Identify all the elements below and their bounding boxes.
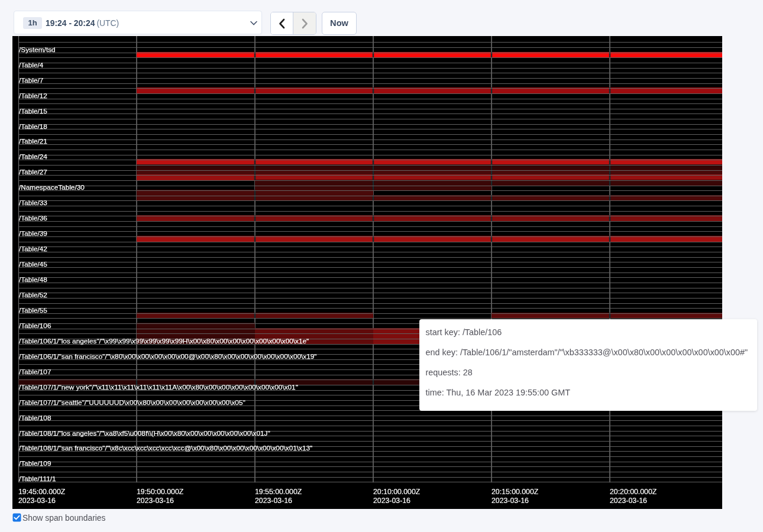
- svg-text:/Table/4: /Table/4: [19, 61, 44, 69]
- svg-text:19:50:00.000Z: 19:50:00.000Z: [137, 488, 184, 496]
- svg-text:/Table/106/1/"los angeles"/"\x: /Table/106/1/"los angeles"/"\x99\x99\x99…: [19, 337, 309, 345]
- svg-text:/Table/108: /Table/108: [19, 414, 51, 422]
- svg-text:/Table/36: /Table/36: [19, 214, 47, 222]
- svg-text:/Table/55: /Table/55: [19, 306, 47, 314]
- svg-text:/Table/108/1/"san francisco"/": /Table/108/1/"san francisco"/"\x8c\xcc\x…: [19, 444, 312, 452]
- svg-text:20:10:00.000Z: 20:10:00.000Z: [373, 488, 421, 496]
- svg-text:/Table/45: /Table/45: [19, 260, 47, 268]
- svg-text:/Table/7: /Table/7: [19, 76, 43, 85]
- svg-text:20:15:00.000Z: 20:15:00.000Z: [492, 488, 539, 496]
- svg-text:/Table/107: /Table/107: [19, 368, 51, 376]
- svg-text:/Table/106: /Table/106: [19, 322, 51, 330]
- svg-text:/NamespaceTable/30: /NamespaceTable/30: [19, 183, 85, 192]
- svg-text:2023-03-16: 2023-03-16: [255, 497, 292, 505]
- svg-text:2023-03-16: 2023-03-16: [610, 497, 647, 505]
- svg-text:19:45:00.000Z: 19:45:00.000Z: [18, 488, 66, 496]
- svg-text:20:20:00.000Z: 20:20:00.000Z: [610, 488, 657, 496]
- svg-text:/Table/111/1: /Table/111/1: [19, 475, 56, 483]
- svg-text:/Table/108/1/"los angeles"/"\x: /Table/108/1/"los angeles"/"\xa8\xf5\u00…: [19, 429, 270, 437]
- svg-text:/Table/106/1/"san francisco"/": /Table/106/1/"san francisco"/"\x80\x00\x…: [19, 352, 317, 361]
- svg-text:/Table/33: /Table/33: [19, 199, 47, 207]
- svg-text:/Table/107/1/"seattle"/"UUUUUU: /Table/107/1/"seattle"/"UUUUUUD\x00\x80\…: [19, 398, 245, 407]
- svg-text:/System/tsd: /System/tsd: [19, 46, 56, 54]
- svg-text:/Table/27: /Table/27: [19, 168, 47, 176]
- svg-text:2023-03-16: 2023-03-16: [18, 497, 56, 505]
- svg-text:/Table/24: /Table/24: [19, 153, 47, 161]
- svg-text:2023-03-16: 2023-03-16: [373, 497, 410, 505]
- svg-text:/Table/109: /Table/109: [19, 459, 51, 468]
- svg-text:/Table/21: /Table/21: [19, 137, 47, 145]
- svg-text:19:55:00.000Z: 19:55:00.000Z: [255, 488, 302, 496]
- svg-text:/Table/52: /Table/52: [19, 291, 47, 299]
- svg-text:2023-03-16: 2023-03-16: [492, 497, 529, 505]
- svg-text:/Table/18: /Table/18: [19, 122, 47, 131]
- svg-text:/Table/12: /Table/12: [19, 92, 47, 100]
- svg-text:/Table/15: /Table/15: [19, 107, 47, 115]
- svg-text:2023-03-16: 2023-03-16: [137, 497, 174, 505]
- svg-text:/Table/107/1/"new york"/"\x11\: /Table/107/1/"new york"/"\x11\x11\x11\x1…: [19, 383, 298, 391]
- svg-text:/Table/48: /Table/48: [19, 275, 47, 284]
- svg-text:/Table/39: /Table/39: [19, 229, 47, 238]
- svg-text:/Table/42: /Table/42: [19, 245, 47, 253]
